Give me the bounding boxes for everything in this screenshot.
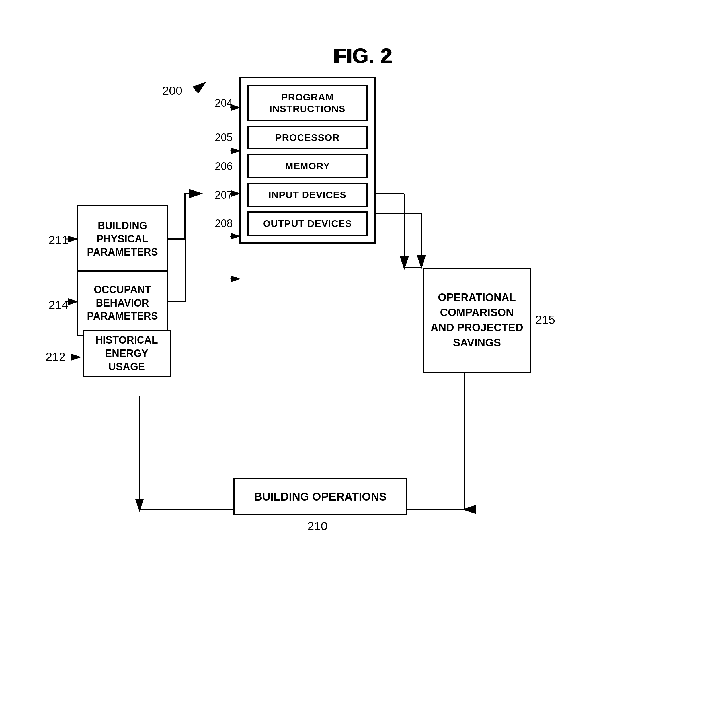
building-operations-box: BUILDING OPERATIONS xyxy=(233,478,407,515)
historical-energy-label: HISTORICAL ENERGY USAGE xyxy=(88,333,165,373)
ref-206: 206 xyxy=(214,160,233,172)
input-devices-box: INPUT DEVICES xyxy=(247,183,368,207)
computer-box: 204 PROGRAM INSTRUCTIONS 205 PROCESSOR 2… xyxy=(239,77,376,244)
operational-comparison-label: OPERATIONAL COMPARISON AND PROJECTED SAV… xyxy=(430,290,523,351)
occupant-behavior-box: OCCUPANT BEHAVIOR PARAMETERS xyxy=(77,271,168,336)
ref-200: 200 xyxy=(162,84,182,98)
operational-comparison-box: OPERATIONAL COMPARISON AND PROJECTED SAV… xyxy=(423,268,531,373)
program-instructions-box: PROGRAM INSTRUCTIONS xyxy=(247,85,368,121)
building-physical-label: BUILDING PHYSICAL PARAMETERS xyxy=(87,219,158,259)
ref-211: 211 xyxy=(48,233,68,247)
memory-box: MEMORY xyxy=(247,154,368,178)
ref-204: 204 xyxy=(214,97,233,109)
diagram-container: FIG. 2 xyxy=(0,0,726,728)
ref-208: 208 xyxy=(214,217,233,230)
ref-207: 207 xyxy=(214,189,233,201)
ref-210: 210 xyxy=(308,519,328,533)
building-physical-box: BUILDING PHYSICAL PARAMETERS xyxy=(77,205,168,273)
svg-line-2 xyxy=(195,83,204,90)
building-operations-label: BUILDING OPERATIONS xyxy=(254,490,387,503)
figure-title: FIG. 2 xyxy=(334,44,392,67)
ref-212: 212 xyxy=(46,350,66,364)
ref-205: 205 xyxy=(214,131,233,144)
historical-energy-box: HISTORICAL ENERGY USAGE xyxy=(83,330,171,377)
ref-214: 214 xyxy=(48,298,68,312)
occupant-behavior-label: OCCUPANT BEHAVIOR PARAMETERS xyxy=(87,283,158,323)
processor-box: PROCESSOR xyxy=(247,125,368,150)
output-devices-box: OUTPUT DEVICES xyxy=(247,211,368,236)
ref-215: 215 xyxy=(535,313,555,327)
program-instructions-label: PROGRAM INSTRUCTIONS xyxy=(270,92,346,114)
